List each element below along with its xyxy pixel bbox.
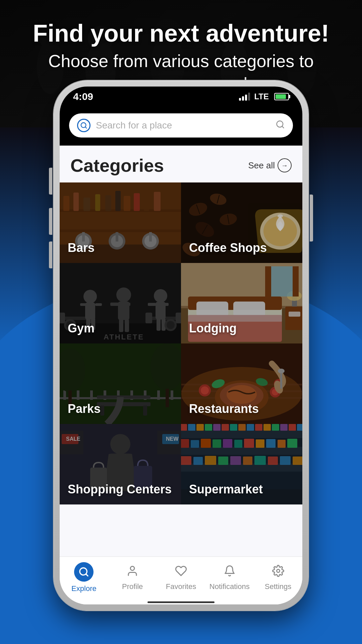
- category-item-restaurants[interactable]: Restaurants: [181, 343, 302, 424]
- parks-label: Parks: [68, 402, 101, 416]
- phone-screen: 4:09 LTE: [60, 87, 302, 604]
- svg-line-12: [85, 127, 86, 128]
- notifications-icon: [221, 562, 238, 580]
- explore-icon: [74, 562, 94, 582]
- category-item-bars[interactable]: Bars: [60, 182, 181, 263]
- categories-title: Categories: [70, 155, 164, 176]
- bottom-navigation: Explore Profile: [60, 556, 302, 600]
- svg-point-199: [277, 570, 280, 573]
- home-indicator: [60, 600, 302, 604]
- see-all-arrow-icon: →: [278, 158, 292, 172]
- search-bar-wrapper: Search for a place: [60, 107, 302, 146]
- category-item-gym[interactable]: ATHLETE Gym: [60, 263, 181, 343]
- category-item-supermarket[interactable]: Supermarket: [181, 424, 302, 504]
- category-item-coffee-shops[interactable]: Coffee Shops: [181, 182, 302, 263]
- favorites-label: Favorites: [166, 582, 196, 591]
- nav-item-profile[interactable]: Profile: [112, 562, 153, 591]
- coffee-shops-label: Coffee Shops: [189, 241, 267, 255]
- phone-notch: [147, 87, 215, 99]
- profile-label: Profile: [122, 582, 143, 591]
- see-all-label: See all: [248, 160, 275, 171]
- status-icons: LTE: [239, 92, 289, 101]
- nav-item-explore[interactable]: Explore: [64, 562, 104, 593]
- search-placeholder-text: Search for a place: [96, 120, 270, 131]
- battery-icon: [274, 93, 289, 100]
- signal-bar-3: [245, 95, 247, 101]
- home-indicator-bar: [147, 601, 215, 603]
- svg-point-198: [130, 567, 134, 571]
- status-time: 4:09: [73, 91, 93, 102]
- signal-bars-icon: [239, 93, 250, 101]
- app-content: Search for a place Categories: [60, 107, 302, 604]
- header-title: Find your next adventure!: [20, 20, 342, 47]
- lodging-label: Lodging: [189, 321, 237, 335]
- search-location-icon: [77, 119, 90, 132]
- nav-item-favorites[interactable]: Favorites: [161, 562, 201, 591]
- supermarket-label: Supermarket: [189, 482, 263, 496]
- explore-label: Explore: [71, 584, 97, 593]
- gym-label: Gym: [68, 321, 95, 335]
- signal-bar-1: [239, 98, 241, 101]
- phone-frame: 4:09 LTE: [54, 80, 308, 610]
- see-all-button[interactable]: See all →: [248, 158, 292, 172]
- categories-section: Categories See all →: [60, 146, 302, 556]
- category-item-parks[interactable]: Parks: [60, 343, 181, 424]
- category-grid: Bars: [60, 182, 302, 504]
- shopping-centers-label: Shopping Centers: [68, 482, 172, 496]
- category-item-lodging[interactable]: Lodging: [181, 263, 302, 343]
- phone-shell: 4:09 LTE: [54, 80, 308, 610]
- signal-bar-2: [242, 96, 244, 101]
- notifications-label: Notifications: [209, 582, 250, 591]
- profile-icon: [124, 562, 141, 580]
- favorites-icon: [172, 562, 190, 580]
- svg-line-197: [86, 574, 88, 576]
- settings-icon: [269, 562, 287, 580]
- search-submit-icon[interactable]: [276, 120, 285, 131]
- search-bar[interactable]: Search for a place: [69, 113, 293, 138]
- category-item-shopping-centers[interactable]: SALE NEW Shopping Centers: [60, 424, 181, 504]
- signal-bar-4: [248, 93, 250, 101]
- svg-line-14: [282, 126, 284, 128]
- categories-header: Categories See all →: [60, 146, 302, 182]
- nav-item-settings[interactable]: Settings: [258, 562, 298, 591]
- battery-fill: [276, 94, 286, 99]
- bars-label: Bars: [68, 241, 95, 255]
- nav-item-notifications[interactable]: Notifications: [209, 562, 250, 591]
- settings-label: Settings: [265, 582, 292, 591]
- restaurants-label: Restaurants: [189, 402, 259, 416]
- lte-label: LTE: [254, 92, 269, 101]
